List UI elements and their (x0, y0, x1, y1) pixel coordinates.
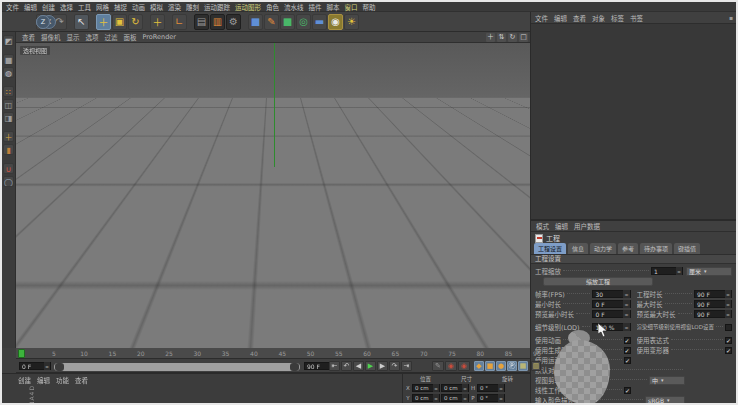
key-parameter-toggle[interactable]: Ⓟ (507, 361, 517, 371)
material-menu-item[interactable]: 编辑 (37, 375, 50, 385)
attribute-tab[interactable]: 参考 (618, 243, 638, 254)
menu-item[interactable]: 网格 (96, 2, 109, 12)
add-spline-icon[interactable]: ✎ (264, 14, 279, 30)
viewport-solo-icon[interactable]: ▮ (3, 144, 14, 155)
object-manager-menu-item[interactable]: 对象 (592, 13, 605, 23)
record-active-objects-button[interactable]: ◉ (445, 361, 457, 371)
stepper-icon[interactable]: ◂▸ (623, 300, 629, 308)
make-editable-icon[interactable]: ◩ (3, 35, 14, 46)
model-mode-icon[interactable]: ■ (3, 54, 14, 65)
key-position-toggle[interactable]: ◆ (474, 361, 484, 371)
viewport-menu-item[interactable]: 显示 (67, 32, 80, 42)
menu-item[interactable]: 角色 (266, 2, 279, 12)
attribute-tab[interactable]: 信息 (568, 243, 588, 254)
stepper-icon[interactable]: ◂▸ (676, 267, 682, 275)
add-deformer-icon[interactable]: ◎ (296, 14, 311, 30)
last-tool-icon[interactable]: ＋ (150, 14, 165, 30)
preview-max-field[interactable]: 90 F◂▸ (694, 310, 732, 318)
menu-item[interactable]: 渲染 (168, 2, 181, 12)
goto-start-button[interactable]: ⇤ (329, 361, 340, 371)
stepper-icon[interactable]: ◂▸ (44, 362, 50, 370)
position-y-field[interactable]: 0 cm◂▸ (412, 394, 440, 402)
project-scale-field[interactable]: 1◂▸ (651, 267, 683, 275)
add-subdivision-icon[interactable]: ■ (280, 14, 295, 30)
enable-snap-icon[interactable]: ∪ (3, 163, 14, 174)
scale-project-button[interactable]: 缩放工程 (543, 277, 653, 286)
stepper-icon[interactable]: ◂▸ (433, 394, 439, 402)
enable-axis-icon[interactable]: ＋ (3, 131, 14, 142)
viewport-menu-item[interactable]: 选项 (86, 32, 99, 42)
menu-item[interactable]: 文件 (6, 2, 19, 12)
object-manager-menu-item[interactable]: 查看 (573, 13, 586, 23)
object-manager-menu-item[interactable]: 书签 (630, 13, 643, 23)
stepper-icon[interactable]: ◂▸ (498, 384, 504, 392)
rotation-p-field[interactable]: 0 °◂▸ (477, 394, 505, 402)
key-rotation-toggle[interactable]: ● (496, 361, 506, 371)
coordinate-system-icon[interactable]: ∟ (172, 14, 187, 30)
stepper-icon[interactable]: ◂▸ (725, 290, 731, 298)
input-color-profile-dropdown[interactable]: sRGB▾ (645, 396, 685, 405)
panel-menu-icon[interactable]: ▪ (729, 14, 733, 21)
stepper-icon[interactable]: ◂▸ (462, 384, 468, 392)
prev-key-button[interactable]: ↶ (341, 361, 352, 371)
material-menu-item[interactable]: 功能 (56, 375, 69, 385)
dolly-view-icon[interactable]: ⇅ (497, 33, 506, 42)
add-light-icon[interactable]: ☀ (344, 14, 359, 30)
viewport-menu-item[interactable]: 摄像机 (41, 32, 61, 42)
material-menu-item[interactable]: 创建 (18, 375, 31, 385)
next-key-button[interactable]: ↷ (389, 361, 400, 371)
pan-view-icon[interactable]: ＋ (486, 33, 495, 42)
linear-workflow-checkbox[interactable]: ✓ (624, 387, 631, 394)
attribute-tab[interactable]: 键插值 (674, 243, 700, 254)
rotate-view-icon[interactable]: ↻ (508, 33, 517, 42)
prev-frame-button[interactable]: ◀ (353, 361, 364, 371)
attribute-tab[interactable]: 工程设置 (534, 243, 566, 254)
goto-end-button[interactable]: ⇥ (401, 361, 412, 371)
menu-item[interactable]: 捕捉 (114, 2, 127, 12)
object-manager-menu-item[interactable]: 文件 (535, 13, 548, 23)
size-y-field[interactable]: 0 cm◂▸ (441, 394, 469, 402)
stepper-icon[interactable]: ◂▸ (623, 323, 629, 331)
viewport-canvas[interactable]: 透视视图 100 cm (16, 43, 530, 348)
edge-mode-icon[interactable]: ◫ (3, 99, 14, 110)
key-scale-toggle[interactable]: ■ (485, 361, 495, 371)
attribute-tab[interactable]: 动力学 (590, 243, 616, 254)
menu-item[interactable]: 选择 (60, 2, 73, 12)
timeline-playhead[interactable] (18, 349, 25, 358)
position-x-field[interactable]: 0 cm◂▸ (412, 384, 440, 392)
menu-item[interactable]: 插件 (309, 2, 322, 12)
menu-item[interactable]: 动画 (132, 2, 145, 12)
scale-tool-icon[interactable]: ▣ (112, 14, 127, 30)
use-generators-checkbox[interactable]: ✓ (624, 347, 631, 354)
autokeying-button[interactable]: ◉ (458, 361, 470, 371)
toggle-views-icon[interactable]: □ (519, 33, 528, 42)
polygon-mode-icon[interactable]: ◨ (3, 112, 14, 123)
object-manager-menu-item[interactable]: 编辑 (554, 13, 567, 23)
range-handle-right[interactable] (290, 363, 299, 371)
object-manager-menu-item[interactable]: 标签 (611, 13, 624, 23)
key-pla-toggle[interactable]: ▦ (518, 361, 528, 371)
menu-item[interactable]: 运动跟踪 (204, 2, 230, 12)
menu-item[interactable]: 模拟 (150, 2, 163, 12)
add-camera-icon[interactable]: ◉ (328, 14, 343, 30)
menu-item[interactable]: 帮助 (363, 2, 376, 12)
stepper-icon[interactable]: ◂▸ (462, 394, 468, 402)
stepper-icon[interactable]: ◂▸ (433, 384, 439, 392)
fps-field[interactable]: 30◂▸ (592, 290, 630, 298)
project-time-field[interactable]: 90 F◂▸ (694, 290, 732, 298)
render-settings-icon[interactable]: ⚙ (226, 14, 241, 30)
attribute-tab[interactable]: 待办事项 (640, 243, 672, 254)
use-motion-system-checkbox[interactable]: ✓ (624, 357, 631, 364)
play-forward-button[interactable]: ▶ (365, 361, 376, 371)
menu-item[interactable]: 创建 (42, 2, 55, 12)
stepper-icon[interactable]: ◂▸ (725, 310, 731, 318)
rotation-h-field[interactable]: 0 °◂▸ (477, 384, 505, 392)
workplane-icon[interactable]: ◯ (3, 176, 14, 187)
texture-mode-icon[interactable]: ◍ (3, 67, 14, 78)
stepper-icon[interactable]: ◂▸ (623, 310, 629, 318)
menu-item[interactable]: 窗口 (345, 2, 358, 12)
add-floor-icon[interactable]: ▬ (312, 14, 327, 30)
add-cube-icon[interactable]: ■ (248, 14, 263, 30)
viewport-menu-item[interactable]: 面板 (124, 32, 137, 42)
viewport-menu-item[interactable]: 过滤 (105, 32, 118, 42)
